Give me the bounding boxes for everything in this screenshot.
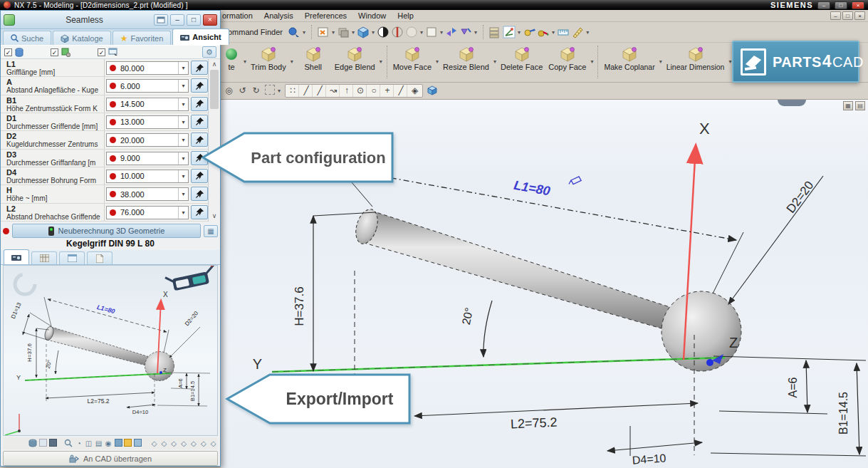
chevron-down-icon[interactable]: ▾: [436, 58, 439, 65]
undo-view-icon[interactable]: ↺: [236, 85, 249, 97]
chevron-down-icon[interactable]: ▾: [440, 29, 443, 36]
snap-circle-icon[interactable]: ○: [368, 85, 380, 97]
dim-label-L1[interactable]: L1=80: [513, 178, 551, 199]
pin-button[interactable]: [191, 61, 208, 75]
panel-dock-button[interactable]: [154, 14, 168, 26]
chevron-down-icon[interactable]: ▾: [178, 80, 188, 92]
pin-button[interactable]: [191, 187, 208, 201]
rotate-icon[interactable]: ◫: [84, 439, 93, 448]
view-list-icon[interactable]: ▤: [855, 101, 865, 110]
pin-button[interactable]: [191, 115, 208, 129]
mdi-restore-button[interactable]: □: [842, 11, 853, 20]
fit-view-icon[interactable]: ▤: [94, 439, 103, 448]
measure-tool-icon[interactable]: [523, 26, 535, 38]
chevron-down-icon[interactable]: ▾: [178, 116, 188, 128]
pin-button[interactable]: [191, 78, 208, 93]
move-face-button[interactable]: Move Face: [390, 44, 434, 73]
view-orient-icon[interactable]: ◇: [209, 439, 218, 448]
parameter-value-combo[interactable]: 10.000▾: [106, 170, 189, 183]
reverse-normal-icon[interactable]: [459, 26, 472, 38]
minimize-button[interactable]: –: [817, 1, 830, 9]
parameter-value-combo[interactable]: 13.000▾: [106, 115, 189, 129]
view-grid-icon[interactable]: ▦: [843, 101, 853, 110]
screen-icon[interactable]: [114, 439, 123, 448]
chevron-down-icon[interactable]: ▾: [178, 134, 188, 146]
chevron-down-icon[interactable]: ▾: [178, 62, 188, 74]
flip-direction-icon[interactable]: [445, 26, 458, 38]
scroll-down-icon[interactable]: ∨: [209, 211, 220, 222]
3d-glasses-icon[interactable]: [164, 266, 217, 292]
pan-icon[interactable]: ◔: [74, 439, 83, 448]
display-mode-icon[interactable]: [377, 26, 389, 38]
tab-3d-preview[interactable]: [4, 249, 29, 264]
dark-view-icon[interactable]: [48, 439, 58, 448]
folder-icon[interactable]: [124, 439, 133, 448]
restore-button[interactable]: □: [835, 1, 847, 9]
chevron-down-icon[interactable]: ▾: [380, 58, 382, 65]
parameter-value-combo[interactable]: 38.000▾: [106, 187, 189, 201]
tab-favoriten[interactable]: ★ Favoriten: [113, 31, 172, 45]
edit-dimension-icon[interactable]: [569, 175, 582, 187]
chevron-down-icon[interactable]: ▾: [590, 58, 593, 65]
recalc-geometry-button[interactable]: Neuberechnung 3D Geometrie: [12, 224, 201, 238]
snap-grid-icon[interactable]: ∷: [287, 85, 299, 97]
snap-orbit-icon[interactable]: ◎: [223, 85, 235, 97]
chevron-down-icon[interactable]: ▾: [332, 29, 335, 36]
tab-table-view[interactable]: [31, 251, 57, 264]
chevron-down-icon[interactable]: ▾: [552, 29, 555, 36]
plane-icon[interactable]: [133, 439, 142, 448]
scroll-up-icon[interactable]: ∧: [209, 59, 220, 70]
part-preview[interactable]: D1=13 L1=80 X D2=20 H=37.6 Y: [3, 265, 218, 436]
menu-item-analysis[interactable]: Analysis: [264, 11, 293, 20]
chevron-down-icon[interactable]: ▾: [303, 29, 305, 36]
chevron-down-icon[interactable]: ▾: [420, 29, 423, 36]
chevron-down-icon[interactable]: ▾: [178, 170, 188, 182]
tab-suche[interactable]: Suche: [3, 31, 51, 45]
delete-face-button[interactable]: Delete Face: [498, 44, 545, 73]
snap-endpoint-icon[interactable]: ╱: [300, 85, 313, 97]
chevron-down-icon[interactable]: ▾: [178, 152, 188, 165]
menu-item-information[interactable]: ormation: [222, 11, 253, 20]
view-orient-icon[interactable]: ◇: [189, 439, 198, 448]
panel-maximize-button[interactable]: □: [187, 14, 201, 26]
csys-orient-icon[interactable]: [503, 26, 516, 38]
menu-item-help[interactable]: Help: [397, 11, 414, 20]
view-orient-icon[interactable]: ◇: [169, 439, 179, 448]
snap-face-icon[interactable]: ◈: [409, 85, 421, 97]
trim-body-button[interactable]: Trim Body: [248, 44, 289, 73]
shaded-view-icon[interactable]: [357, 26, 370, 38]
tab-document-view[interactable]: [87, 251, 113, 264]
shell-button[interactable]: Shell: [295, 44, 332, 73]
scrollbar-thumb[interactable]: [210, 70, 219, 109]
chevron-down-icon[interactable]: ▾: [518, 29, 521, 36]
snap-intersection-icon[interactable]: +: [382, 85, 394, 97]
view-orient-icon[interactable]: ◇: [179, 439, 189, 448]
shaded-icon[interactable]: ◉: [104, 439, 113, 448]
panel-minimize-button[interactable]: –: [170, 14, 184, 26]
pin-button[interactable]: [191, 205, 208, 219]
make-coplanar-button[interactable]: Make Coplanar: [601, 44, 657, 73]
chevron-down-icon[interactable]: ▾: [178, 207, 188, 219]
parameter-value-combo[interactable]: 80.000▾: [106, 61, 189, 75]
rectangle-select-icon[interactable]: [263, 85, 276, 97]
menu-item-window[interactable]: Window: [358, 11, 386, 20]
snap-curve-icon[interactable]: ↝: [328, 85, 340, 97]
snap-midpoint-icon[interactable]: ╱: [314, 85, 326, 97]
tab-window-view[interactable]: [59, 251, 85, 264]
copy-face-button[interactable]: Copy Face: [545, 44, 589, 73]
parameter-value-combo[interactable]: 9.000▾: [106, 152, 189, 165]
resize-blend-button[interactable]: Resize Blend: [440, 44, 492, 73]
menu-item-preferences[interactable]: Preferences: [305, 11, 347, 20]
panel-close-button[interactable]: ×: [203, 14, 217, 26]
chevron-down-icon[interactable]: ▾: [659, 58, 662, 65]
truncated-feature-button[interactable]: te: [221, 44, 242, 73]
parameter-value-combo[interactable]: 14.500▾: [106, 98, 189, 111]
chevron-down-icon[interactable]: ▾: [474, 29, 477, 36]
ghost-view-icon[interactable]: [38, 439, 48, 448]
section-view-icon[interactable]: [391, 26, 404, 38]
chevron-down-icon[interactable]: ▾: [244, 58, 246, 65]
snap-center-icon[interactable]: ⊙: [355, 85, 367, 97]
mdi-minimize-button[interactable]: –: [830, 11, 841, 20]
snap-pole-icon[interactable]: ↑: [341, 85, 353, 97]
zoom-icon[interactable]: [64, 439, 73, 448]
